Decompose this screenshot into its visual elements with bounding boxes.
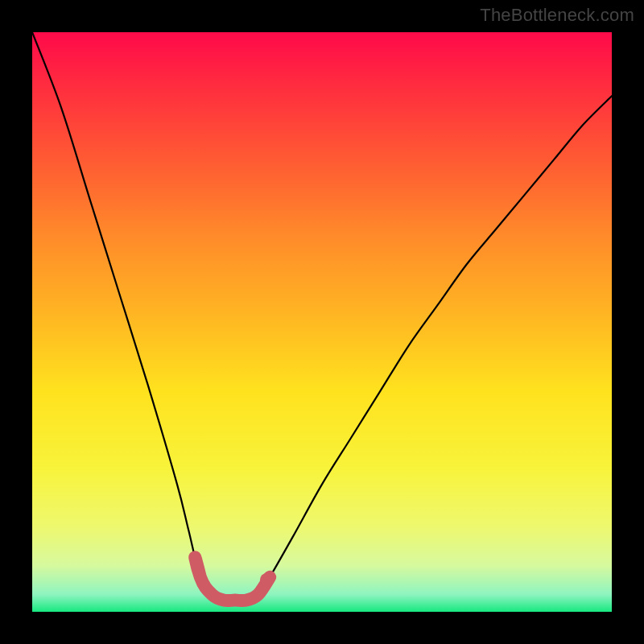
watermark-text: TheBottleneck.com <box>480 5 634 26</box>
curve-layer <box>32 32 612 612</box>
chart-frame: TheBottleneck.com <box>0 0 644 644</box>
curve-marker <box>260 573 274 587</box>
bottleneck-curve-thick <box>195 557 270 601</box>
bottleneck-curve-thin <box>32 32 612 601</box>
plot-area <box>32 32 612 612</box>
curve-markers <box>260 573 274 587</box>
